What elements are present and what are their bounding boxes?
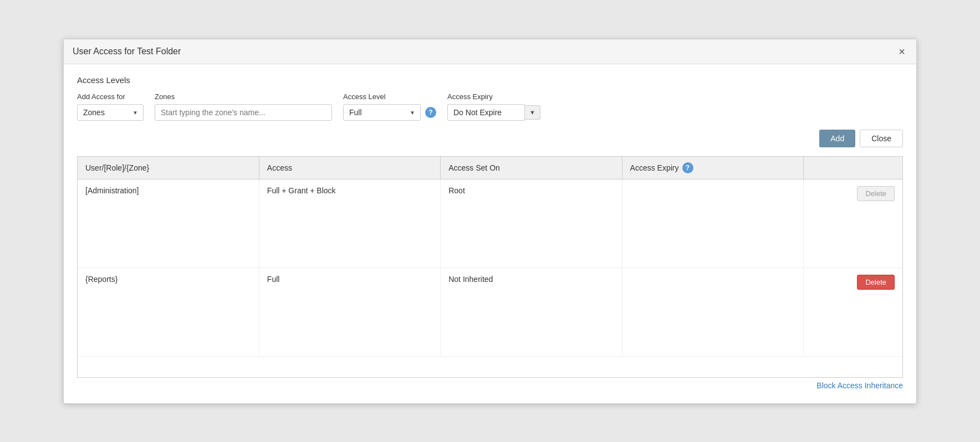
delete-button-2[interactable]: Delete — [857, 275, 895, 290]
cell-actions-2: Delete — [803, 268, 902, 356]
add-access-select[interactable]: Zones Users Roles — [77, 104, 144, 121]
cell-access-1: Full + Grant + Block — [259, 179, 440, 268]
dialog-titlebar: User Access for Test Folder × — [64, 39, 916, 64]
access-level-select[interactable]: Full Read Write Full — [343, 104, 421, 121]
expiry-col-help-icon[interactable]: ? — [682, 162, 693, 173]
table-row: [Administration] Full + Grant + Block Ro… — [78, 179, 902, 268]
access-expiry-label: Access Expiry — [447, 92, 540, 101]
section-title: Access Levels — [77, 75, 903, 85]
access-level-container: Full Read Write Full — [343, 104, 421, 121]
delete-button-1: Delete — [857, 186, 895, 201]
actions-row: Add Close — [77, 130, 903, 147]
dialog-title: User Access for Test Folder — [73, 47, 181, 56]
expiry-wrapper: Do Not Expire 1 Day 7 Days 30 Days ▼ — [447, 104, 540, 121]
filler-row — [78, 356, 902, 378]
footer-row: Block Access Inheritance — [77, 378, 903, 392]
col-header-set-on: Access Set On — [441, 157, 622, 179]
cell-expiry-1 — [622, 179, 803, 268]
cell-set-on-2: Not Inherited — [441, 268, 622, 356]
user-access-dialog: User Access for Test Folder × Access Lev… — [63, 39, 917, 404]
access-level-label: Access Level — [343, 92, 436, 101]
cell-set-on-1: Root — [441, 179, 622, 268]
cell-user-1: [Administration] — [78, 179, 259, 268]
access-level-group: Access Level Full Read Write Full ? — [343, 92, 436, 121]
access-level-help-icon[interactable]: ? — [425, 107, 436, 118]
add-button[interactable]: Add — [819, 130, 855, 147]
dialog-close-button[interactable]: × — [896, 46, 907, 57]
access-table-container: User/[Role]/{Zone} Access Access Set On … — [77, 156, 903, 378]
cell-actions-1: Delete — [803, 179, 902, 268]
close-button[interactable]: Close — [860, 130, 903, 147]
block-access-inheritance-link[interactable]: Block Access Inheritance — [816, 381, 903, 390]
cell-expiry-2 — [622, 268, 803, 356]
zones-group: Zones — [155, 92, 332, 121]
expiry-dropdown-btn[interactable]: ▼ — [525, 105, 540, 120]
access-level-wrapper: Full Read Write Full ? — [343, 104, 436, 121]
col-header-expiry: Access Expiry ? — [622, 157, 803, 179]
zone-input[interactable] — [155, 104, 332, 121]
add-access-select-wrapper: Zones Users Roles — [77, 104, 144, 121]
zones-label: Zones — [155, 92, 332, 101]
add-access-group: Add Access for Zones Users Roles — [77, 92, 144, 121]
col-header-actions — [803, 157, 902, 179]
col-header-access: Access — [259, 157, 440, 179]
access-table: User/[Role]/{Zone} Access Access Set On … — [78, 157, 902, 378]
table-row: {Reports} Full Not Inherited Delete — [78, 268, 902, 356]
form-row: Add Access for Zones Users Roles Zones A… — [77, 92, 903, 121]
access-expiry-group: Access Expiry Do Not Expire 1 Day 7 Days… — [447, 92, 540, 121]
dialog-body: Access Levels Add Access for Zones Users… — [64, 64, 916, 403]
expiry-select[interactable]: Do Not Expire 1 Day 7 Days 30 Days — [447, 104, 525, 121]
table-body: [Administration] Full + Grant + Block Ro… — [78, 179, 902, 378]
col-header-user: User/[Role]/{Zone} — [78, 157, 259, 179]
cell-access-2: Full — [259, 268, 440, 356]
table-header: User/[Role]/{Zone} Access Access Set On … — [78, 157, 902, 179]
cell-user-2: {Reports} — [78, 268, 259, 356]
add-access-label: Add Access for — [77, 92, 144, 101]
